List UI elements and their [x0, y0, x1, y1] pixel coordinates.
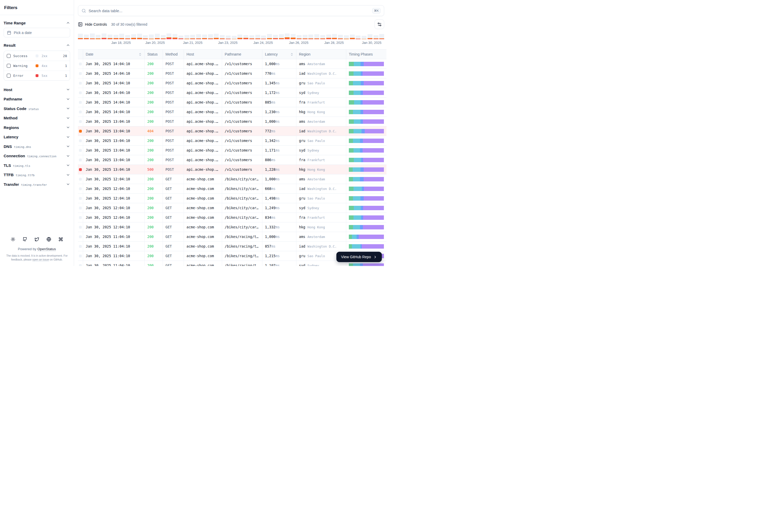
- sidebar-item-host[interactable]: Host: [4, 85, 70, 94]
- timeline-bar[interactable]: [137, 34, 142, 39]
- openstatus-link[interactable]: OpenStatus: [37, 247, 56, 251]
- table-row[interactable]: Jan 30, 2025 13:04:10 404 POST api.acme-…: [78, 126, 386, 136]
- table-row[interactable]: Jan 30, 2025 11:04:10 200 GET acme-shop.…: [78, 232, 386, 242]
- timeline-bar[interactable]: [101, 33, 106, 39]
- sidebar-item-tls[interactable]: TLStiming.tls: [4, 161, 70, 170]
- table-row[interactable]: Jan 30, 2025 14:04:10 200 POST api.acme-…: [78, 59, 386, 69]
- timeline-bar[interactable]: [184, 35, 189, 39]
- view-options-button[interactable]: [375, 19, 384, 29]
- timeline-bar[interactable]: [107, 35, 112, 39]
- result-section-header[interactable]: Result: [4, 42, 70, 49]
- timeline-bar[interactable]: [368, 34, 372, 39]
- checkbox[interactable]: [7, 74, 11, 78]
- timeline-bar[interactable]: [244, 35, 248, 39]
- timeline-bar[interactable]: [90, 33, 95, 39]
- timeline-bar[interactable]: [379, 34, 384, 39]
- timeline-bar[interactable]: [285, 33, 290, 39]
- sidebar-item-status-code[interactable]: Status Codestatus: [4, 104, 70, 113]
- timeline-bar[interactable]: [149, 35, 154, 39]
- timeline-bar[interactable]: [238, 35, 242, 39]
- timeline-bar[interactable]: [279, 34, 284, 39]
- time-range-section-header[interactable]: Time Range: [4, 19, 70, 26]
- table-row[interactable]: Jan 30, 2025 12:04:10 200 GET acme-shop.…: [78, 213, 386, 222]
- table-row[interactable]: Jan 30, 2025 14:04:10 200 POST api.acme-…: [78, 69, 386, 78]
- timeline-bar[interactable]: [196, 34, 201, 39]
- table-row[interactable]: Jan 30, 2025 14:04:10 200 POST api.acme-…: [78, 78, 386, 88]
- table-row[interactable]: Jan 30, 2025 12:04:10 200 GET acme-shop.…: [78, 194, 386, 203]
- timeline-bar[interactable]: [84, 35, 89, 39]
- timeline-bar[interactable]: [96, 35, 100, 39]
- result-option-error[interactable]: Error5xx1: [4, 71, 70, 80]
- timeline-bar[interactable]: [267, 34, 272, 39]
- table-row[interactable]: Jan 30, 2025 13:04:10 500 POST api.acme-…: [78, 165, 386, 174]
- timeline-bar[interactable]: [119, 34, 124, 39]
- header-date[interactable]: Date: [83, 50, 145, 59]
- date-picker-input[interactable]: Pick a date: [4, 28, 70, 37]
- timeline-bar[interactable]: [214, 34, 219, 39]
- timeline-bar[interactable]: [131, 34, 136, 39]
- header-status[interactable]: Status: [145, 50, 163, 59]
- table-row[interactable]: Jan 30, 2025 14:04:10 200 POST api.acme-…: [78, 107, 386, 117]
- table-row[interactable]: Jan 30, 2025 11:04:10 200 GET acme-shop.…: [78, 242, 386, 251]
- timeline-bar[interactable]: [113, 35, 118, 39]
- timeline-bar[interactable]: [320, 35, 325, 39]
- table-row[interactable]: Jan 30, 2025 12:04:10 200 GET acme-shop.…: [78, 184, 386, 194]
- timeline-bar[interactable]: [166, 33, 171, 39]
- timeline-bar[interactable]: [261, 36, 266, 39]
- sidebar-item-method[interactable]: Method: [4, 113, 70, 123]
- sidebar-item-latency[interactable]: Latency: [4, 132, 70, 142]
- timeline-bar[interactable]: [172, 34, 177, 39]
- timeline-bar[interactable]: [226, 36, 231, 39]
- open-issue-link[interactable]: open an issue: [32, 258, 49, 261]
- timeline-bar[interactable]: [273, 35, 278, 39]
- timeline-bar[interactable]: [143, 35, 148, 39]
- timeline-bar[interactable]: [362, 36, 367, 39]
- timeline-bar[interactable]: [344, 35, 349, 39]
- search-bar[interactable]: ⌘K: [78, 5, 384, 16]
- header-method[interactable]: Method: [163, 50, 184, 59]
- header-host[interactable]: Host: [184, 50, 222, 59]
- timeline-bar[interactable]: [155, 34, 160, 39]
- timeline-bar[interactable]: [374, 35, 378, 39]
- timeline-bar[interactable]: [308, 35, 313, 39]
- hide-controls-button[interactable]: Hide Controls: [78, 22, 107, 27]
- view-github-repo-button[interactable]: View GitHub Repo: [336, 252, 382, 262]
- timeline-bar[interactable]: [255, 35, 260, 39]
- timeline-bar[interactable]: [208, 34, 213, 39]
- sidebar-item-ttfb[interactable]: TTFBtiming.ttfb: [4, 170, 70, 180]
- table-row[interactable]: Jan 30, 2025 13:04:10 200 POST api.acme-…: [78, 155, 386, 165]
- table-row[interactable]: Jan 30, 2025 12:04:10 200 GET acme-shop.…: [78, 203, 386, 213]
- timeline-bar[interactable]: [78, 34, 83, 39]
- timeline-bar[interactable]: [356, 36, 361, 39]
- globe-icon[interactable]: [46, 237, 51, 242]
- checkbox[interactable]: [7, 54, 11, 58]
- timeline-bar[interactable]: [232, 36, 237, 39]
- timeline-bar[interactable]: [326, 35, 331, 39]
- timeline-bar[interactable]: [350, 35, 355, 39]
- table-row[interactable]: Jan 30, 2025 12:04:10 200 GET acme-shop.…: [78, 174, 386, 184]
- sidebar-item-transfer[interactable]: Transfertiming.transfer: [4, 180, 70, 189]
- sidebar-item-pathname[interactable]: Pathname: [4, 94, 70, 104]
- table-row[interactable]: Jan 30, 2025 14:04:10 200 POST api.acme-…: [78, 98, 386, 107]
- timeline-bar[interactable]: [125, 35, 130, 39]
- sidebar-item-regions[interactable]: Regions: [4, 123, 70, 132]
- command-icon[interactable]: [58, 237, 63, 242]
- github-icon[interactable]: [23, 237, 27, 242]
- timeline-bar[interactable]: [202, 35, 207, 39]
- timeline-bar[interactable]: [249, 35, 254, 39]
- timeline-bar[interactable]: [178, 36, 183, 39]
- header-pathname[interactable]: Pathname: [222, 50, 262, 59]
- timeline-bar[interactable]: [190, 35, 195, 39]
- header-latency[interactable]: Latency: [262, 50, 296, 59]
- timeline-bar[interactable]: [338, 35, 343, 39]
- table-row[interactable]: Jan 30, 2025 14:04:10 200 POST api.acme-…: [78, 88, 386, 98]
- timeline-bar[interactable]: [161, 35, 166, 39]
- timeline-bar[interactable]: [297, 35, 302, 39]
- twitter-icon[interactable]: [35, 237, 39, 242]
- result-option-success[interactable]: Success2xx28: [4, 51, 70, 61]
- timeline-bar[interactable]: [291, 34, 296, 39]
- timeline-bar[interactable]: [332, 34, 337, 39]
- sidebar-item-dns[interactable]: DNStiming.dns: [4, 142, 70, 151]
- header-region[interactable]: Region: [296, 50, 346, 59]
- timeline-bar[interactable]: [220, 35, 225, 39]
